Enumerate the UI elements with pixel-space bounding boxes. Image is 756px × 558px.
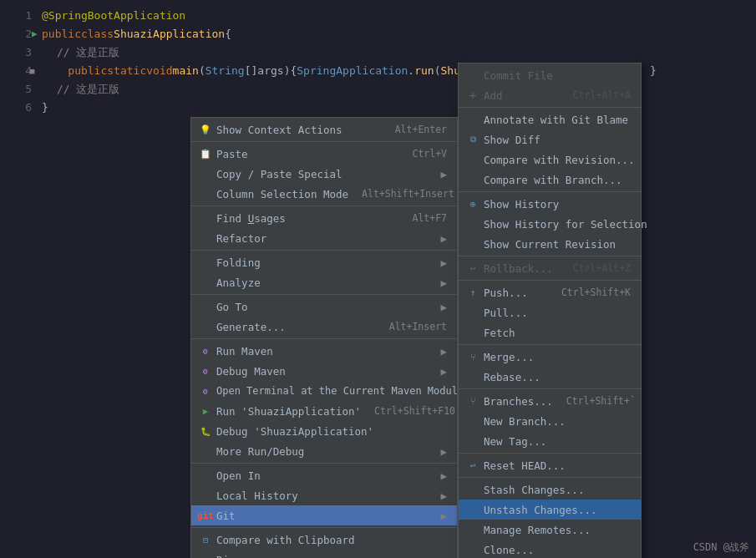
git-menu-show-history[interactable]: ⊕ Show History xyxy=(459,194,641,214)
separator-6 xyxy=(191,463,457,464)
git-menu-add[interactable]: + Add Ctrl+Alt+A xyxy=(459,85,641,105)
reset-icon: ↩ xyxy=(465,458,480,473)
git-menu-rollback[interactable]: ↩ Rollback... Ctrl+Alt+Z xyxy=(459,258,641,278)
menu-item-show-context-actions[interactable]: 💡 Show Context Actions Alt+Enter xyxy=(191,119,457,140)
menu-item-analyze[interactable]: Analyze ▶ xyxy=(191,272,457,292)
menu-item-open-in[interactable]: Open In ▶ xyxy=(191,465,457,485)
git-menu-show-history-selection[interactable]: Show History for Selection xyxy=(459,214,641,234)
generate-icon xyxy=(198,319,213,334)
menu-item-find-usages[interactable]: Find Usages Alt+F7 xyxy=(191,208,457,228)
arrow-icon-2: ▶ xyxy=(440,232,447,245)
menu-item-debug-app[interactable]: 🐛 Debug 'ShuaziApplication' xyxy=(191,421,457,441)
separator-3 xyxy=(191,250,457,251)
compare-revision-icon xyxy=(465,152,480,167)
menu-item-run-maven[interactable]: ⚙ Run Maven ▶ xyxy=(191,341,457,361)
status-text: CSDN @战斧 xyxy=(693,541,749,553)
git-menu-manage-remotes[interactable]: Manage Remotes... xyxy=(459,520,641,540)
compare-branch-icon xyxy=(465,172,480,187)
separator-2 xyxy=(191,205,457,206)
bulb-icon: 💡 xyxy=(198,122,213,137)
git-menu-commit-file[interactable]: Commit File xyxy=(459,65,641,85)
git-menu-pull[interactable]: Pull... xyxy=(459,302,641,322)
git-separator-4 xyxy=(459,280,641,281)
separator-5 xyxy=(191,338,457,339)
menu-item-local-history[interactable]: Local History ▶ xyxy=(191,485,457,505)
git-menu-new-tag[interactable]: New Tag... xyxy=(459,431,641,451)
menu-item-compare-clipboard[interactable]: ⊟ Compare with Clipboard xyxy=(191,530,457,550)
git-menu-push[interactable]: ↑ Push... Ctrl+Shift+K xyxy=(459,282,641,302)
menu-item-paste[interactable]: 📋 Paste Ctrl+V xyxy=(191,144,457,164)
menu-item-copy-paste-special[interactable]: Copy / Paste Special ▶ xyxy=(191,164,457,184)
git-menu-unstash[interactable]: Unstash Changes... xyxy=(459,500,641,520)
git-menu-clone[interactable]: Clone... xyxy=(459,540,641,558)
code-line-5: 5 // 这是正版 xyxy=(0,80,756,99)
branches-icon: ⑂ xyxy=(465,393,480,408)
git-separator-3 xyxy=(459,256,641,256)
menu-item-refactor[interactable]: Refactor ▶ xyxy=(191,228,457,248)
arrow-icon: ▶ xyxy=(440,168,447,180)
current-revision-icon xyxy=(465,236,480,251)
git-menu-show-diff[interactable]: ⧉ Show Diff xyxy=(459,129,641,150)
separator-7 xyxy=(191,527,457,528)
maven-debug-icon: ⚙ xyxy=(198,363,213,378)
git-menu-stash[interactable]: Stash Changes... xyxy=(459,479,641,500)
code-line-3: 3 // 这是正版 xyxy=(0,43,756,62)
arrow-icon-3: ▶ xyxy=(440,256,447,269)
remotes-icon xyxy=(465,522,480,537)
run-icon: ▶ xyxy=(198,403,213,418)
menu-item-debug-maven[interactable]: ⚙ Debug Maven ▶ xyxy=(191,361,457,381)
arrow-icon-11: ▶ xyxy=(440,510,447,522)
git-separator-8 xyxy=(459,477,641,478)
arrow-icon-12: ▶ xyxy=(440,554,447,559)
goto-icon xyxy=(198,299,213,314)
code-line-6: 6 } xyxy=(0,99,756,117)
push-icon: ↑ xyxy=(465,285,480,300)
status-bar: CSDN @战斧 xyxy=(687,537,756,558)
new-branch-icon xyxy=(465,413,480,429)
git-separator-2 xyxy=(459,191,641,192)
git-menu-branches[interactable]: ⑂ Branches... Ctrl+Shift+` xyxy=(459,391,641,411)
arrow-icon-8: ▶ xyxy=(440,445,447,458)
unstash-icon xyxy=(465,502,480,517)
git-menu-reset-head[interactable]: ↩ Reset HEAD... xyxy=(459,455,641,475)
maven-icon: ⚙ xyxy=(198,343,213,358)
git-separator-7 xyxy=(459,453,641,454)
rebase-icon xyxy=(465,369,480,384)
git-menu-merge[interactable]: ⑂ Merge... xyxy=(459,347,641,367)
more-run-icon xyxy=(198,444,213,459)
git-separator-6 xyxy=(459,388,641,389)
rollback-icon: ↩ xyxy=(465,261,480,276)
menu-item-column-selection[interactable]: Column Selection Mode Alt+Shift+Insert xyxy=(191,184,457,204)
history2-icon: ⊕ xyxy=(465,196,480,211)
menu-item-folding[interactable]: Folding ▶ xyxy=(191,252,457,272)
new-tag-icon xyxy=(465,434,480,449)
clone-icon xyxy=(465,542,480,557)
debug-icon: 🐛 xyxy=(198,424,213,439)
git-menu-new-branch[interactable]: New Branch... xyxy=(459,411,641,431)
git-menu-compare-revision[interactable]: Compare with Revision... xyxy=(459,150,641,170)
menu-item-goto[interactable]: Go To ▶ xyxy=(191,297,457,317)
git-menu-show-current-revision[interactable]: Show Current Revision xyxy=(459,234,641,254)
arrow-icon-9: ▶ xyxy=(440,469,447,482)
git-icon: git xyxy=(198,508,213,523)
menu-item-open-terminal[interactable]: ⚙ Open Terminal at the Current Maven Mod… xyxy=(191,381,457,401)
arrow-icon-4: ▶ xyxy=(440,276,447,289)
menu-item-more-run[interactable]: More Run/Debug ▶ xyxy=(191,441,457,461)
git-separator-5 xyxy=(459,344,641,345)
history-sel-icon xyxy=(465,216,480,231)
menu-item-run-app[interactable]: ▶ Run 'ShuaziApplication' Ctrl+Shift+F10 xyxy=(191,401,457,421)
arrow-icon-7: ▶ xyxy=(440,365,447,378)
git-menu-compare-branch[interactable]: Compare with Branch... xyxy=(459,170,641,190)
add-icon: + xyxy=(465,88,480,103)
menu-item-generate[interactable]: Generate... Alt+Insert xyxy=(191,317,457,337)
paste-icon: 📋 xyxy=(198,146,213,161)
git-menu-rebase[interactable]: Rebase... xyxy=(459,367,641,387)
menu-item-git[interactable]: git Git ▶ xyxy=(191,505,457,525)
stash-icon xyxy=(465,482,480,497)
git-menu-annotate[interactable]: Annotate with Git Blame xyxy=(459,109,641,129)
separator-1 xyxy=(191,141,457,142)
git-menu-fetch[interactable]: Fetch xyxy=(459,322,641,342)
code-line-2: 2 ▶ public class ShuaziApplication { xyxy=(0,25,756,43)
menu-item-diagrams[interactable]: ◫ Diagrams ▶ xyxy=(191,550,457,558)
diagram-icon: ◫ xyxy=(198,552,213,558)
